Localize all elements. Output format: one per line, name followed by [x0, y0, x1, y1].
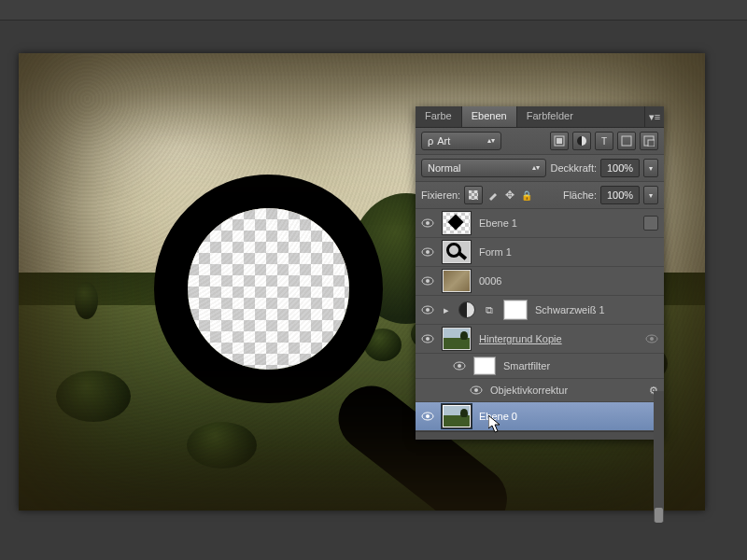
layer-thumbnail[interactable]: [442, 240, 472, 264]
layer-name[interactable]: Ebene 0: [479, 411, 658, 422]
svg-point-18: [458, 364, 461, 368]
eye-icon: [421, 412, 434, 421]
blend-opacity-row: Normal ▴▾ Deckkraft: 100% ▾: [416, 155, 664, 182]
lock-image-button[interactable]: [486, 189, 500, 201]
canvas-bush: [56, 371, 131, 422]
layer-row-filter-item[interactable]: Objektivkorrektur ⚙: [416, 379, 664, 402]
visibility-toggle[interactable]: [421, 303, 434, 316]
eye-icon: [421, 305, 434, 315]
blend-mode-dropdown[interactable]: Normal ▴▾: [421, 159, 546, 177]
eye-icon: [470, 385, 483, 395]
svg-rect-1: [557, 138, 562, 144]
eye-icon: [421, 334, 434, 343]
layer-info-icon[interactable]: [643, 216, 658, 231]
magnifier-transparent-hole: [188, 208, 349, 370]
svg-point-22: [426, 414, 430, 418]
layer-row[interactable]: Ebene 0: [416, 402, 664, 431]
canvas-magnifier-shape: [154, 175, 383, 403]
layers-panel: Farbe Ebenen Farbfelder ▾≡ ρ Art ▴▾ T No: [416, 106, 664, 440]
layer-row[interactable]: Hintergrund Kopie: [416, 325, 664, 354]
eye-icon: [421, 247, 434, 257]
layer-filter-kind-dropdown[interactable]: ρ Art ▴▾: [421, 132, 501, 150]
lock-fill-row: Fixieren: ✥ 🔒 Fläche: 100% ▾: [416, 182, 664, 209]
menu-icon: ▾≡: [649, 111, 660, 123]
visibility-toggle[interactable]: [421, 217, 434, 230]
work-area: Farbe Ebenen Farbfelder ▾≡ ρ Art ▴▾ T No: [0, 21, 747, 560]
lock-label: Fixieren:: [421, 189, 460, 201]
layer-thumbnail[interactable]: [442, 211, 472, 235]
eye-icon: [421, 276, 434, 286]
chevron-updown-icon: ▴▾: [487, 137, 495, 145]
visibility-toggle[interactable]: [421, 245, 434, 259]
layer-mask-thumbnail[interactable]: [503, 300, 528, 320]
layers-list: Ebene 1 Form 1 0006 ▸ ⧉ Schwarzweiß 1: [416, 209, 664, 440]
lock-transparency-button[interactable]: [464, 186, 483, 204]
layer-name[interactable]: Schwarzweiß 1: [535, 304, 658, 315]
fill-value-field[interactable]: 100%: [600, 186, 640, 204]
filter-adjustment-icon[interactable]: [572, 132, 591, 150]
opacity-value-field[interactable]: 100%: [600, 159, 640, 177]
visibility-toggle[interactable]: [421, 274, 434, 287]
filter-pixel-icon[interactable]: [550, 132, 569, 150]
svg-point-20: [474, 388, 478, 392]
blend-mode-value: Normal: [428, 162, 460, 174]
layers-scrollbar[interactable]: [654, 391, 664, 522]
tab-color[interactable]: Farbe: [416, 106, 461, 127]
visibility-toggle[interactable]: [421, 410, 434, 423]
filter-smartobject-icon[interactable]: [640, 132, 658, 150]
search-icon: ρ: [428, 135, 433, 147]
layer-row[interactable]: Ebene 1: [416, 209, 664, 238]
canvas-bush: [187, 422, 257, 469]
filter-shape-icon[interactable]: [617, 132, 636, 150]
filter-type-icon[interactable]: T: [595, 132, 613, 150]
svg-point-14: [426, 337, 430, 341]
svg-point-12: [426, 308, 430, 312]
opacity-scrubber[interactable]: ▾: [643, 159, 658, 177]
smartfilter-label: Smartfilter: [503, 360, 658, 371]
panel-tab-bar: Farbe Ebenen Farbfelder ▾≡: [416, 106, 664, 128]
lock-position-button[interactable]: ✥: [503, 189, 516, 202]
fill-scrubber[interactable]: ▾: [643, 186, 658, 204]
layer-row[interactable]: 0006: [416, 267, 664, 296]
svg-point-8: [426, 250, 430, 254]
layer-filter-row: ρ Art ▴▾ T: [416, 128, 664, 155]
visibility-toggle[interactable]: [421, 332, 434, 345]
svg-point-10: [426, 279, 430, 283]
tab-swatches[interactable]: Farbfelder: [517, 106, 583, 127]
layer-name[interactable]: Hintergrund Kopie: [479, 333, 638, 344]
visibility-toggle[interactable]: [470, 384, 483, 397]
layer-row[interactable]: ▸ ⧉ Schwarzweiß 1: [416, 296, 664, 325]
filter-name[interactable]: Objektivkorrektur: [490, 385, 641, 396]
panel-menu-button[interactable]: ▾≡: [644, 106, 664, 127]
layer-name[interactable]: Ebene 1: [479, 217, 636, 229]
svg-point-16: [650, 337, 654, 341]
svg-point-6: [426, 221, 430, 225]
layer-thumbnail[interactable]: [442, 404, 472, 428]
layer-row-smartfilters[interactable]: Smartfilter: [416, 354, 664, 379]
layer-thumbnail[interactable]: [442, 327, 472, 351]
smart-filter-visibility-icon[interactable]: [645, 334, 658, 343]
link-icon: ⧉: [483, 304, 496, 316]
svg-rect-4: [648, 140, 655, 147]
lock-all-button[interactable]: 🔒: [520, 190, 533, 201]
layer-name[interactable]: Form 1: [479, 246, 658, 258]
clip-indicator-icon: ▸: [442, 304, 451, 316]
adjustment-icon: [458, 301, 475, 318]
eye-icon: [453, 361, 466, 371]
opacity-label: Deckkraft:: [550, 162, 597, 174]
layer-filter-kind-label: Art: [437, 135, 450, 147]
tab-layers[interactable]: Ebenen: [461, 106, 517, 127]
eye-icon: [421, 218, 434, 228]
chevron-updown-icon: ▴▾: [532, 164, 540, 172]
layers-list-footer: [416, 431, 664, 440]
scrollbar-thumb[interactable]: [655, 508, 663, 523]
move-icon: ✥: [505, 189, 514, 202]
layer-thumbnail[interactable]: [442, 269, 472, 293]
layer-name[interactable]: 0006: [479, 275, 658, 287]
layer-row[interactable]: Form 1: [416, 238, 664, 267]
app-top-strip: [0, 0, 747, 21]
visibility-toggle[interactable]: [453, 359, 466, 372]
lock-icon: 🔒: [521, 190, 532, 201]
brush-icon: [487, 189, 499, 201]
filter-mask-thumbnail[interactable]: [473, 357, 496, 375]
